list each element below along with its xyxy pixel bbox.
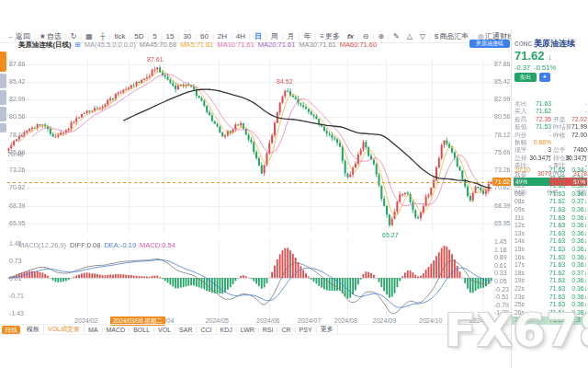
- triangle-up-icon[interactable]: △: [403, 32, 416, 40]
- tape-row: 11s71.630.36↓: [512, 214, 588, 223]
- y-label-left-9: 65.95: [9, 220, 26, 227]
- link-0[interactable]: $商品汇率: [431, 31, 472, 41]
- tape-time: 19s: [514, 277, 525, 285]
- field-label: 总持: [514, 155, 527, 162]
- refresh-icon[interactable]: ↻: [67, 32, 81, 40]
- indicator-11[interactable]: CR: [277, 327, 295, 333]
- main-chart-legend: 美原油连续(日线)⊞MA(45,5,0,0,0,0)MA45:70.68MA5:…: [18, 40, 384, 49]
- period-5[interactable]: 5: [149, 32, 160, 40]
- tape-time: 09s: [514, 206, 525, 214]
- y-label-left-6: 73.26: [9, 167, 26, 174]
- tape-price: 71.61: [539, 309, 565, 317]
- fx-indicator-button[interactable]: fx: [344, 32, 357, 40]
- left-tool-tab-3[interactable]: [0, 107, 6, 121]
- period-5D[interactable]: 5D: [130, 32, 147, 40]
- period-30[interactable]: 30: [179, 32, 195, 40]
- field-value: -: [585, 108, 587, 115]
- y-label-left-2: 82.99: [9, 96, 26, 103]
- y-label-right-6: 73.26: [494, 167, 511, 174]
- quote-field-row: 最低71.53昨结算71.99: [512, 123, 588, 131]
- instrument-tag[interactable]: 美原油连续: [469, 40, 510, 48]
- triangle-down-icon[interactable]: ▽: [416, 32, 429, 40]
- left-tool-tab-0[interactable]: [0, 52, 6, 72]
- field-value: -: [585, 100, 587, 108]
- ma-settings-icon[interactable]: ⊞: [75, 40, 81, 49]
- indicator-8[interactable]: KDJ: [217, 327, 237, 333]
- tape-price: 71.62: [539, 270, 565, 278]
- candlestick-chart-canvas[interactable]: [7, 49, 492, 233]
- tape-change: 0.36↓: [571, 222, 587, 230]
- tape-row: 26s71.610.38↓: [512, 309, 588, 317]
- period-chip[interactable]: 日线: [2, 326, 20, 334]
- period-4H[interactable]: 4H: [232, 32, 249, 40]
- macd-y-left-1: 0.73: [9, 258, 22, 265]
- chart-grid-icon[interactable]: ▦: [82, 32, 96, 40]
- quote-field-row: 最高72.35开盘72.02: [512, 116, 588, 123]
- field-value: 71.99: [571, 123, 587, 131]
- field-label: 振幅: [514, 139, 527, 146]
- field-value: 3: [548, 146, 551, 154]
- tape-time: 01s: [514, 175, 525, 183]
- crosshair-icon[interactable]: ┼: [96, 32, 109, 40]
- macd-y-right-2: 0.89: [494, 254, 507, 261]
- zoom-in-icon[interactable]: ⊕: [374, 32, 388, 40]
- sell-button[interactable]: 卖出: [514, 73, 537, 82]
- tape-change: 0.37↓: [571, 198, 587, 206]
- draw-line-icon[interactable]: ✎: [390, 32, 403, 40]
- price-change: -0.37 -0.51%: [514, 63, 556, 72]
- field-value: 30.34万: [529, 155, 551, 162]
- indicator-0[interactable]: 模板: [23, 325, 44, 334]
- period-tick[interactable]: tick: [110, 32, 129, 40]
- indicator-12[interactable]: PSY: [296, 327, 317, 333]
- quote-panel: CONC美原油连续 71.62 ↓ -0.37 -0.51% 卖出 + 卖出71…: [511, 30, 588, 368]
- star-icon: ★: [40, 32, 46, 40]
- zoom-out-icon[interactable]: ⊖: [359, 32, 373, 40]
- tape-time: 05s: [514, 190, 525, 199]
- tape-time: 22s: [514, 285, 525, 293]
- tape-time: 18s: [514, 270, 525, 278]
- indicator-2[interactable]: MA: [85, 327, 103, 333]
- period-15[interactable]: 15: [163, 32, 178, 40]
- period-60[interactable]: 60: [197, 32, 212, 40]
- indicator-13[interactable]: 更多: [317, 325, 338, 334]
- y-label-right-4: 78.12: [494, 132, 511, 139]
- y-label-right-3: 80.56: [494, 113, 511, 121]
- macd-y-right-4: 0.33: [494, 270, 507, 277]
- y-label-left-1: 85.42: [9, 78, 26, 86]
- macd-y-right-3: 0.61: [494, 262, 507, 270]
- instrument-code: CONC: [514, 40, 532, 47]
- indicator-1[interactable]: VOL成交量: [44, 325, 85, 334]
- macd-y-left-3: -0.71: [9, 293, 24, 300]
- indicator-5[interactable]: VOL: [154, 327, 175, 333]
- indicator-7[interactable]: CCI: [197, 327, 216, 333]
- tape-change: 0.36↓: [571, 277, 587, 285]
- indicator-9[interactable]: LWR: [237, 327, 259, 333]
- left-tool-tab-2[interactable]: [0, 90, 6, 105]
- macd-y-left-4: -1.43: [9, 310, 24, 317]
- field-label: 最高: [514, 116, 527, 123]
- indicator-10[interactable]: RSI: [259, 327, 278, 333]
- indicator-6[interactable]: SAR: [175, 327, 197, 333]
- left-tool-tab-1[interactable]: [0, 74, 6, 88]
- indicator-bar: 日线 模板VOL成交量MAMACDBOLLVOLSARCCIKDJLWRRSIC…: [0, 324, 511, 335]
- tape-price: 71.63: [539, 222, 565, 230]
- field-label: 买入: [514, 108, 527, 115]
- tape-row: 18s71.620.37↓: [512, 270, 588, 278]
- quote-field-row: 卖出71.63-: [512, 100, 588, 108]
- period-2H[interactable]: 2H: [214, 32, 231, 40]
- macd-chart-canvas[interactable]: [7, 239, 492, 316]
- field-value: -: [549, 132, 551, 139]
- tape-row: 13s71.630.36↓: [512, 230, 588, 238]
- field-value: 71.62: [536, 108, 551, 115]
- y-label-left-7: 70.82: [9, 184, 26, 191]
- tape-time: 13s: [514, 230, 525, 238]
- back-arrow-icon: ←: [7, 32, 15, 40]
- quote-field-row: 均价-昨收72.00: [512, 132, 588, 139]
- price-marker-84.52: 84.52: [277, 78, 293, 86]
- left-tool-tab-4[interactable]: [0, 123, 6, 132]
- indicator-3[interactable]: MACD: [103, 327, 130, 333]
- field-value: 72.02: [571, 116, 587, 123]
- add-watchlist-button[interactable]: +: [539, 73, 550, 82]
- tape-price: 71.63: [539, 293, 565, 302]
- indicator-4[interactable]: BOLL: [130, 327, 154, 333]
